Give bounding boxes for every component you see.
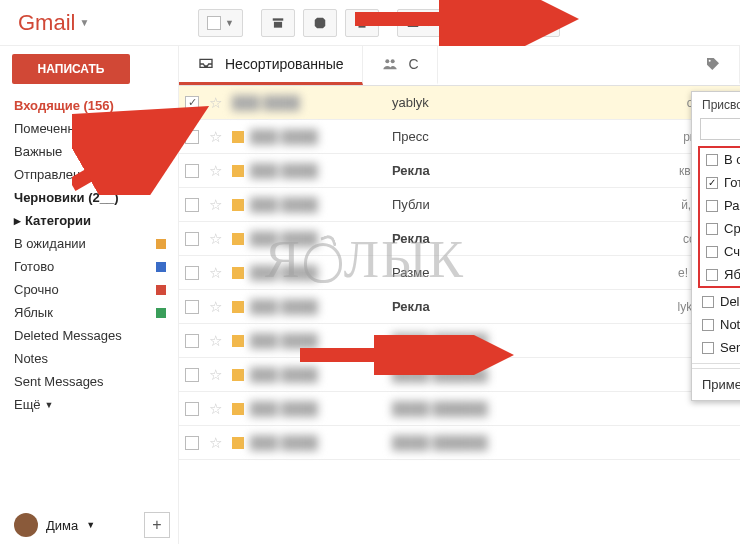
spam-button[interactable] xyxy=(303,9,337,37)
logo-text: Gmail xyxy=(18,10,75,36)
star-icon[interactable]: ☆ xyxy=(209,230,222,248)
row-checkbox[interactable] xyxy=(185,198,199,212)
label-option[interactable]: Notes xyxy=(692,313,740,336)
sidebar-label-urgent[interactable]: Срочно xyxy=(12,278,172,301)
star-icon[interactable]: ☆ xyxy=(209,162,222,180)
select-all-checkbox[interactable]: ▼ xyxy=(198,9,243,37)
subject: Пресс xyxy=(392,129,673,144)
row-checkbox[interactable] xyxy=(185,130,199,144)
compose-button[interactable]: НАПИСАТЬ xyxy=(12,54,130,84)
svg-rect-4 xyxy=(357,18,366,20)
category-icon xyxy=(232,199,244,211)
more-label: Ещё xyxy=(514,16,539,30)
star-icon[interactable]: ☆ xyxy=(209,196,222,214)
row-checkbox[interactable]: ✓ xyxy=(185,96,199,110)
message-row[interactable]: ☆███ ████████ ██████ xyxy=(179,392,740,426)
svg-rect-3 xyxy=(358,20,365,27)
star-icon[interactable]: ☆ xyxy=(209,264,222,282)
row-checkbox[interactable] xyxy=(185,232,199,246)
message-row[interactable]: ☆███ ████Публий, прошу xyxy=(179,188,740,222)
label-option[interactable]: Deleted Messages xyxy=(692,290,740,313)
message-row[interactable]: ☆███ ████Размеe! Я пред xyxy=(179,256,740,290)
sidebar-item-starred[interactable]: Помеченные xyxy=(12,117,172,140)
star-icon[interactable]: ☆ xyxy=(209,400,222,418)
label-search[interactable]: 🔍 xyxy=(700,118,740,140)
sender: ███ ████ xyxy=(232,265,382,280)
message-row[interactable]: ☆███ ████Реклаcom · Зд xyxy=(179,222,740,256)
message-row[interactable]: ☆███ ████Реклаlyk DOT c xyxy=(179,290,740,324)
star-icon[interactable]: ☆ xyxy=(209,298,222,316)
svg-point-7 xyxy=(390,59,394,63)
sidebar-more[interactable]: Ещё▼ xyxy=(12,393,172,416)
labels-button[interactable]: ▼ xyxy=(450,9,497,37)
sidebar-item-inbox[interactable]: Входящие (156) xyxy=(12,94,172,117)
label-option[interactable]: Срочно xyxy=(700,217,740,240)
star-icon[interactable]: ☆ xyxy=(209,128,222,146)
message-row[interactable]: ☆███ ████████ ██████ xyxy=(179,358,740,392)
sender: ███ ████ xyxy=(232,299,382,314)
tag-icon xyxy=(705,56,721,72)
sender: ███ ████ xyxy=(232,163,382,178)
archive-button[interactable] xyxy=(261,9,295,37)
tab-promotions[interactable] xyxy=(438,46,740,85)
star-icon[interactable]: ☆ xyxy=(209,332,222,350)
message-row[interactable]: ☆███ ████Прессрите дог xyxy=(179,120,740,154)
tab-primary-label: Несортированные xyxy=(225,56,344,72)
category-icon xyxy=(232,165,244,177)
label-option[interactable]: Работа xyxy=(700,194,740,217)
label-menu-title: Присвоить ярлык: xyxy=(692,92,740,114)
message-row[interactable]: ✓☆███ ████yablykotok.pro xyxy=(179,86,740,120)
sidebar-label-done[interactable]: Готово xyxy=(12,255,172,278)
checkbox-icon xyxy=(702,319,714,331)
caret-right-icon: ▸ xyxy=(14,213,21,228)
sidebar-label-deleted[interactable]: Deleted Messages xyxy=(12,324,172,347)
label-option[interactable]: Яблык xyxy=(700,263,740,286)
row-checkbox[interactable] xyxy=(185,300,199,314)
label-search-input[interactable] xyxy=(705,121,740,137)
more-button[interactable]: Ещё▼ xyxy=(505,9,560,37)
row-checkbox[interactable] xyxy=(185,266,199,280)
category-icon xyxy=(232,233,244,245)
label-color-icon xyxy=(156,308,166,318)
label-menu-apply[interactable]: Применить xyxy=(692,368,740,400)
sidebar-item-drafts[interactable]: Черновики (2__) xyxy=(12,186,172,209)
sidebar-item-sent[interactable]: Отправленные xyxy=(12,163,172,186)
label-color-icon xyxy=(156,239,166,249)
avatar[interactable] xyxy=(14,513,38,537)
tabs: Несортированные С xyxy=(179,46,740,86)
label-option[interactable]: Sent Messages xyxy=(692,336,740,359)
row-checkbox[interactable] xyxy=(185,402,199,416)
add-button[interactable]: + xyxy=(144,512,170,538)
checkbox-icon xyxy=(706,154,718,166)
tab-primary[interactable]: Несортированные xyxy=(179,46,363,85)
row-checkbox[interactable] xyxy=(185,164,199,178)
label-option[interactable]: В ожидании xyxy=(700,148,740,171)
sender: ███ ████ xyxy=(232,435,382,450)
label-menu: Присвоить ярлык: 🔍 В ожиданииГотовоРабот… xyxy=(691,91,740,401)
subject: Рекла xyxy=(392,299,668,314)
sidebar: НАПИСАТЬ Входящие (156) Помеченные Важны… xyxy=(0,46,178,544)
sidebar-label-yablyk[interactable]: Яблык xyxy=(12,301,172,324)
message-row[interactable]: ☆███ ████████ ██████ xyxy=(179,324,740,358)
message-row[interactable]: ☆███ ████████ ██████ xyxy=(179,426,740,460)
category-icon xyxy=(232,403,244,415)
sender: ███ ████ xyxy=(232,333,382,348)
sidebar-label-pending[interactable]: В ожидании xyxy=(12,232,172,255)
move-to-button[interactable]: ▼ xyxy=(397,9,442,37)
gmail-logo[interactable]: Gmail ▼ xyxy=(10,10,180,36)
tab-social[interactable]: С xyxy=(363,46,438,85)
sidebar-categories[interactable]: ▸Категории xyxy=(12,209,172,232)
label-option[interactable]: Готово xyxy=(700,171,740,194)
sidebar-label-sentmsg[interactable]: Sent Messages xyxy=(12,370,172,393)
star-icon[interactable]: ☆ xyxy=(209,366,222,384)
label-option[interactable]: Счета xyxy=(700,240,740,263)
row-checkbox[interactable] xyxy=(185,368,199,382)
row-checkbox[interactable] xyxy=(185,334,199,348)
delete-button[interactable] xyxy=(345,9,379,37)
message-row[interactable]: ☆███ ████Реклакве на ва xyxy=(179,154,740,188)
sidebar-label-notes[interactable]: Notes xyxy=(12,347,172,370)
star-icon[interactable]: ☆ xyxy=(209,94,222,112)
star-icon[interactable]: ☆ xyxy=(209,434,222,452)
row-checkbox[interactable] xyxy=(185,436,199,450)
sidebar-item-important[interactable]: Важные xyxy=(12,140,172,163)
